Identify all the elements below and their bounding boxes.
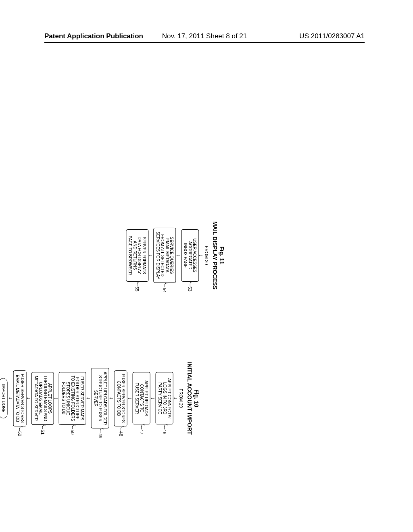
arrow-down-icon: ↓ [87, 397, 90, 400]
step-box: SERVICE QUERIESEMAIL METADATAFROM ALL SE… [153, 228, 176, 283]
header-center: Nov. 17, 2011 Sheet 8 of 21 [162, 32, 247, 40]
arrow-down-icon: ↓ [149, 254, 152, 257]
ref-number: 48 [118, 431, 123, 436]
fig10-step-48: FUSER SERVER STORESCONTACTS TO DB 48 [114, 370, 128, 426]
arrow-down-icon: ↓ [177, 254, 180, 257]
ref-number: 49 [98, 433, 102, 438]
fig11-step-55: SERVER FORMATSDATA FOR DISPLAYAND RETURN… [125, 229, 149, 282]
fig11-step-53: USER ACCESSESAGGREGATEDINBOX PAGE 53 [181, 229, 200, 282]
ref-number: 51 [40, 430, 45, 434]
fig11-step-54: SERVICE QUERIESEMAIL METADATAFROM ALL SE… [153, 228, 176, 283]
arrow-down-icon: ↓ [55, 397, 58, 400]
arrow-down-icon: ↓ [27, 397, 30, 400]
fig10-step-50: FUSER SERVER MAPSFOLDER STRUCTURETO EXIS… [58, 372, 87, 425]
fig11-wrapper: Fig. 11 MAIL DISPLAY PROCESS FROM 30 ↓ U… [141, 206, 209, 305]
fig10-step-49: APPLET UPLOADS FOLDERSTRUCTURE TO FUSERS… [91, 368, 110, 428]
arrow-down-icon: ↓ [200, 254, 203, 257]
ref-number: 54 [162, 288, 167, 293]
fig10-flowchart: Fig. 10 INITIAL ACCOUNT IMPORT FROM 29 ↓… [0, 362, 200, 434]
ref-number: 53 [188, 287, 192, 291]
fig11-from: FROM 30 [204, 246, 209, 265]
step-box: USER ACCESSESAGGREGATEDINBOX PAGE [181, 229, 199, 282]
fig10-title: INITIAL ACCOUNT IMPORT [186, 362, 193, 434]
arrow-down-icon: ↓ [128, 397, 131, 400]
ref-number: 52 [17, 431, 22, 436]
step-box: FUSER SERVER STORESEMAIL METADATA TO DB [13, 370, 26, 426]
fig11-title: MAIL DISPLAY PROCESS [212, 221, 219, 289]
fig10-from: FROM 29 [179, 389, 184, 408]
fig10-step-51: APPLET LOOPSTHROUGH EMAILS ANDUPLOADS EM… [31, 372, 54, 425]
step-box: APPLET CONNECTS/LOGS IN TO 3RDPARTY SERV… [155, 372, 173, 424]
ref-number: 55 [135, 287, 140, 291]
step-box: SERVER FORMATSDATA FOR DISPLAYAND RETURN… [126, 229, 148, 282]
step-box: APPLET UPLOADS FOLDERSTRUCTURE TO FUSERS… [91, 368, 109, 428]
header-right: US 2011/0283007 A1 [247, 32, 365, 40]
ref-number: 47 [139, 429, 144, 434]
fig10-wrapper: Fig. 10 INITIAL ACCOUNT IMPORT FROM 29 ↓… [63, 298, 136, 499]
arrow-down-icon: ↓ [9, 397, 12, 400]
fig10-step-52: FUSER SERVER STORESEMAIL METADATA TO DB … [13, 370, 27, 426]
fig11-label: Fig. 11 [219, 246, 225, 264]
fig10-step-47: APPLET UPLOADSCONTACTS TOFUSER SERVER 47 [132, 372, 151, 424]
fig11-caption: Fig. 11 MAIL DISPLAY PROCESS [212, 221, 225, 289]
arrow-down-icon: ↓ [110, 397, 113, 400]
fig11-flowchart: Fig. 11 MAIL DISPLAY PROCESS FROM 30 ↓ U… [125, 221, 225, 289]
arrow-down-icon: ↓ [151, 397, 154, 400]
step-box: FUSER SERVER STORESCONTACTS TO DB [114, 370, 127, 426]
fig10-step-46: APPLET CONNECTS/LOGS IN TO 3RDPARTY SERV… [155, 372, 174, 424]
step-box: FUSER SERVER MAPSFOLDER STRUCTURETO EXIS… [59, 372, 86, 425]
ref-number: 50 [70, 430, 75, 434]
fig10-terminal: IMPORT DONE [0, 378, 8, 418]
step-box: APPLET UPLOADSCONTACTS TOFUSER SERVER [132, 372, 150, 424]
step-box: APPLET LOOPSTHROUGH EMAILS ANDUPLOADS EM… [31, 372, 54, 425]
ref-number: 46 [162, 429, 167, 434]
page-header: Patent Application Publication Nov. 17, … [44, 32, 365, 43]
arrow-down-icon: ↓ [174, 397, 177, 400]
fig10-caption: Fig. 10 INITIAL ACCOUNT IMPORT [186, 362, 200, 434]
fig10-label: Fig. 10 [193, 389, 200, 407]
header-left: Patent Application Publication [44, 32, 162, 40]
